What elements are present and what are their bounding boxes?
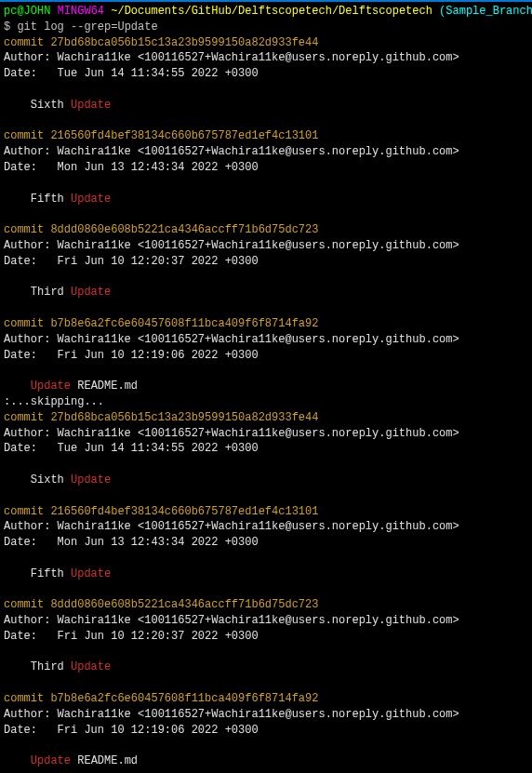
terminal-output[interactable]: pc@JOHN MINGW64 ~/Documents/GitHub/Delft… [0,2,532,773]
skip-line: :...skipping... [4,394,528,410]
commit-hash: commit 27bd68bca056b15c13a23b9599150a82d… [4,410,528,426]
commit-author: Author: Wachira11ke <100116527+Wachira11… [4,707,528,723]
commit-author: Author: Wachira11ke <100116527+Wachira11… [4,426,528,442]
prompt-env: MINGW64 [58,5,104,18]
commit-date: Date: Fri Jun 10 12:20:37 2022 +0300 [4,254,528,270]
commit-message: Sixth Update [4,98,528,113]
commit-message: Update README.md [4,753,528,769]
commit-date: Date: Mon Jun 13 12:43:34 2022 +0300 [4,535,528,551]
commit-hash: commit 216560fd4bef38134c660b675787ed1ef… [4,504,528,520]
commit-author: Author: Wachira11ke <100116527+Wachira11… [4,144,528,160]
commit-hash: commit 27bd68bca056b15c13a23b9599150a82d… [4,35,528,51]
commit-author: Author: Wachira11ke <100116527+Wachira11… [4,50,528,66]
commit-message: Third Update [4,660,528,675]
commit-message: Sixth Update [4,473,528,488]
commit-hash: commit 216560fd4bef38134c660b675787ed1ef… [4,128,528,144]
commit-date: Date: Fri Jun 10 12:19:06 2022 +0300 [4,723,528,739]
command-line: $ git log --grep=Update [4,20,528,35]
commit-date: Date: Fri Jun 10 12:19:06 2022 +0300 [4,348,528,364]
commit-hash: commit b7b8e6a2fc6e60457608f11bca409f6f8… [4,691,528,707]
commit-date: Date: Tue Jun 14 11:34:55 2022 +0300 [4,66,528,82]
prompt-branch: (Sample_Branch) [439,5,532,18]
commit-message: Update README.md [4,379,528,394]
commit-author: Author: Wachira11ke <100116527+Wachira11… [4,519,528,535]
commit-message: Fifth Update [4,566,528,582]
command-text: git log --grep=Update [17,20,157,33]
commit-date: Date: Fri Jun 10 12:20:37 2022 +0300 [4,629,528,645]
commit-date: Date: Tue Jun 14 11:34:55 2022 +0300 [4,441,528,457]
prompt-path: ~/Documents/GitHub/Delftscopetech/Delfts… [111,5,432,18]
commit-author: Author: Wachira11ke <100116527+Wachira11… [4,613,528,629]
commit-hash: commit 8ddd0860e608b5221ca4346accff71b6d… [4,597,528,613]
commit-date: Date: Mon Jun 13 12:43:34 2022 +0300 [4,160,528,176]
commit-message: Fifth Update [4,192,528,207]
prompt-dollar: $ [4,20,10,33]
commit-hash: commit b7b8e6a2fc6e60457608f11bca409f6f8… [4,316,528,332]
prompt-line: pc@JOHN MINGW64 ~/Documents/GitHub/Delft… [4,4,528,20]
commit-author: Author: Wachira11ke <100116527+Wachira11… [4,332,528,348]
commit-hash: commit 8ddd0860e608b5221ca4346accff71b6d… [4,222,528,238]
prompt-user: pc@JOHN [4,5,50,18]
commit-message: Third Update [4,285,528,300]
commit-author: Author: Wachira11ke <100116527+Wachira11… [4,238,528,254]
